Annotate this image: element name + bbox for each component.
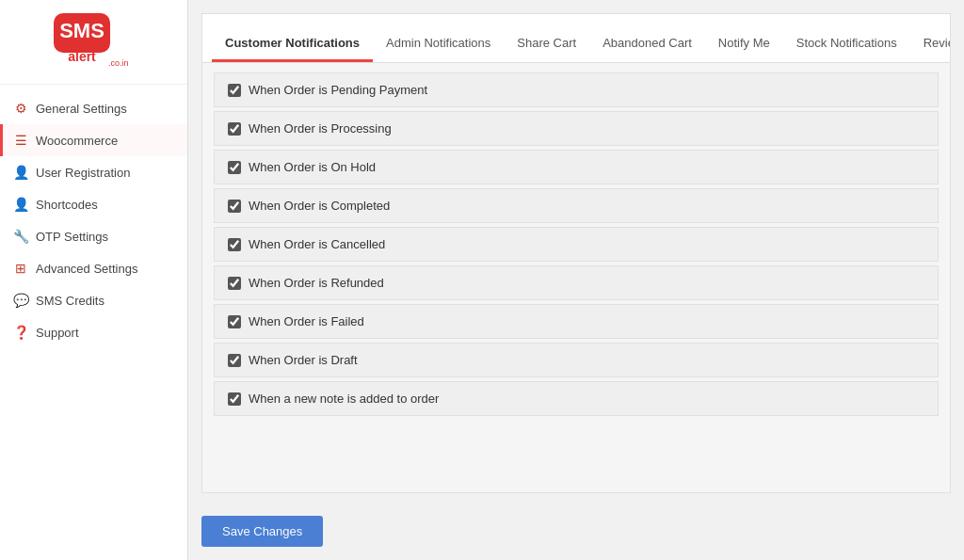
order-row-cancelled: When Order is Cancelled (214, 227, 939, 262)
order-row-new-note: When a new note is added to order (214, 381, 939, 416)
checkbox-new-note[interactable] (228, 392, 241, 406)
tab-content-area: When Order is Pending Payment When Order… (202, 63, 950, 492)
save-changes-button[interactable]: Save Changes (201, 516, 323, 547)
sidebar-label-general-settings: General Settings (36, 102, 127, 116)
sidebar: SMS alert .co.in ⚙ General Settings ☰ Wo… (0, 0, 188, 560)
tab-review[interactable]: Review (910, 24, 951, 62)
checkbox-cancelled[interactable] (228, 238, 241, 251)
sidebar-label-otp-settings: OTP Settings (36, 230, 108, 244)
order-label-refunded: When Order is Refunded (249, 276, 384, 290)
order-label-cancelled: When Order is Cancelled (249, 237, 385, 251)
content-wrapper: Customer Notifications Admin Notificatio… (201, 13, 951, 493)
order-row-on-hold: When Order is On Hold (214, 150, 939, 184)
footer-area: Save Changes (188, 503, 964, 560)
sidebar-item-sms-credits[interactable]: 💬 SMS Credits (0, 284, 187, 316)
checkbox-refunded[interactable] (228, 277, 241, 290)
order-label-failed: When Order is Failed (249, 314, 364, 328)
sidebar-item-support[interactable]: ❓ Support (0, 316, 187, 348)
sidebar-label-advanced-settings: Advanced Settings (36, 262, 137, 276)
sidebar-label-sms-credits: SMS Credits (36, 294, 104, 308)
logo-area: SMS alert .co.in (0, 0, 187, 85)
gear-icon: ⚙ (13, 101, 28, 116)
tab-stock-notifications[interactable]: Stock Notifications (783, 24, 910, 62)
main-content: Customer Notifications Admin Notificatio… (188, 0, 964, 560)
shortcode-icon: 👤 (13, 197, 28, 212)
checkbox-draft[interactable] (228, 354, 241, 367)
sidebar-label-woocommerce: Woocommerce (36, 134, 118, 148)
sidebar-label-user-registration: User Registration (36, 166, 130, 180)
tab-admin-notifications[interactable]: Admin Notifications (373, 24, 504, 62)
sidebar-label-shortcodes: Shortcodes (36, 198, 98, 212)
sidebar-item-general-settings[interactable]: ⚙ General Settings (0, 92, 187, 124)
advanced-icon: ⊞ (13, 261, 28, 276)
order-label-completed: When Order is Completed (249, 199, 390, 213)
tab-notify-me[interactable]: Notify Me (705, 24, 783, 62)
credits-icon: 💬 (13, 293, 28, 308)
order-row-refunded: When Order is Refunded (214, 265, 939, 300)
order-label-new-note: When a new note is added to order (249, 392, 439, 406)
question-icon: ❓ (13, 325, 28, 340)
sidebar-item-woocommerce[interactable]: ☰ Woocommerce (0, 124, 187, 156)
tab-abandoned-cart[interactable]: Abandoned Cart (589, 24, 705, 62)
checkbox-processing[interactable] (228, 122, 241, 136)
checkbox-failed[interactable] (228, 315, 241, 328)
grid-icon: ☰ (13, 133, 28, 148)
checkbox-on-hold[interactable] (228, 161, 241, 174)
tab-share-cart[interactable]: Share Cart (504, 24, 589, 62)
sidebar-item-user-registration[interactable]: 👤 User Registration (0, 156, 187, 188)
checkbox-pending-payment[interactable] (228, 84, 241, 97)
order-label-draft: When Order is Draft (249, 353, 358, 367)
order-row-processing: When Order is Processing (214, 111, 939, 146)
sidebar-item-advanced-settings[interactable]: ⊞ Advanced Settings (0, 252, 187, 284)
user-icon: 👤 (13, 165, 28, 180)
order-row-failed: When Order is Failed (214, 304, 939, 339)
tabs-bar: Customer Notifications Admin Notificatio… (202, 14, 950, 63)
svg-text:alert: alert (68, 49, 96, 64)
sidebar-item-shortcodes[interactable]: 👤 Shortcodes (0, 188, 187, 220)
order-label-processing: When Order is Processing (249, 121, 392, 136)
order-row-completed: When Order is Completed (214, 188, 939, 223)
order-label-on-hold: When Order is On Hold (249, 160, 376, 174)
svg-text:.co.in: .co.in (108, 58, 129, 68)
order-row-draft: When Order is Draft (214, 343, 939, 377)
sidebar-navigation: ⚙ General Settings ☰ Woocommerce 👤 User … (0, 85, 187, 560)
tab-customer-notifications[interactable]: Customer Notifications (212, 24, 373, 62)
svg-text:SMS: SMS (59, 19, 104, 42)
sidebar-label-support: Support (36, 326, 79, 340)
checkbox-completed[interactable] (228, 200, 241, 213)
order-row-pending-payment: When Order is Pending Payment (214, 72, 939, 107)
sidebar-item-otp-settings[interactable]: 🔧 OTP Settings (0, 220, 187, 252)
order-label-pending-payment: When Order is Pending Payment (249, 83, 427, 97)
wrench-icon: 🔧 (13, 229, 28, 244)
